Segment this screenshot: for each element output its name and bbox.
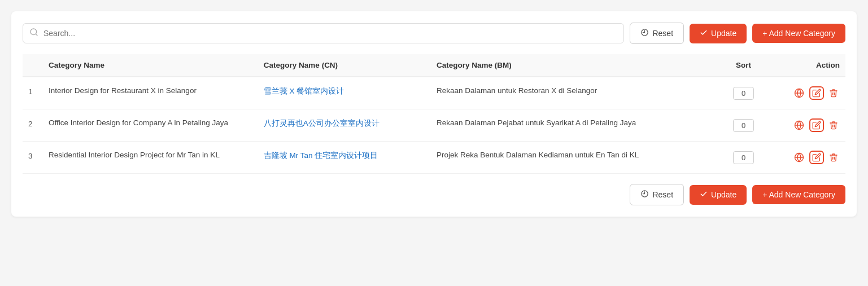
update-button-bottom[interactable]: Update [690,185,747,205]
globe-button-3[interactable] [792,151,806,164]
main-container: Reset Update + Add New Category Category… [11,11,857,217]
row-name-cn-2: 八打灵再也A公司办公室室内设计 [258,109,431,142]
search-icon [29,28,38,39]
col-header-sort: Sort [722,54,766,77]
row-action-2 [766,109,845,142]
delete-button-3[interactable] [827,151,840,164]
delete-button-1[interactable] [827,87,840,99]
reset-button-top[interactable]: Reset [630,23,684,44]
col-header-action: Action [766,54,845,77]
col-header-category-name: Category Name [43,54,258,77]
add-new-button-top[interactable]: + Add New Category [752,24,845,43]
check-icon-top [700,29,708,38]
action-icons-2 [792,118,840,132]
bottom-toolbar: Reset Update + Add New Category [23,184,845,205]
top-toolbar: Reset Update + Add New Category [23,23,845,44]
row-sort-3: 0 [722,142,766,174]
edit-button-3[interactable] [810,152,823,163]
row-action-3 [766,142,845,174]
svg-line-1 [36,34,37,36]
col-header-category-name-bm: Category Name (BM) [431,54,722,77]
row-sort-1: 0 [722,77,766,109]
reset-button-bottom[interactable]: Reset [630,184,684,205]
table-row: 3 Residential Interior Design Project fo… [23,142,845,174]
action-icons-1 [792,86,840,100]
col-header-num [23,54,43,77]
reset-label-top: Reset [652,29,673,38]
row-name-en-2: Office Interior Design for Company A in … [43,109,258,142]
row-name-cn-1: 雪兰莪 X 餐馆室内设计 [258,77,431,109]
add-new-label-bottom: + Add New Category [762,190,835,199]
category-table: Category Name Category Name (CN) Categor… [23,54,845,174]
row-num-2: 2 [23,109,43,142]
check-icon-bottom [700,190,708,200]
reset-icon-top [640,28,649,38]
table-row: 2 Office Interior Design for Company A i… [23,109,845,142]
update-button-top[interactable]: Update [690,24,747,43]
row-action-1 [766,77,845,109]
action-icons-3 [792,151,840,164]
add-new-button-bottom[interactable]: + Add New Category [752,185,845,204]
row-num-1: 1 [23,77,43,109]
edit-button-1[interactable] [810,87,823,99]
row-sort-2: 0 [722,109,766,142]
delete-button-2[interactable] [827,119,840,131]
search-wrapper [23,23,624,43]
search-input[interactable] [23,23,624,43]
reset-label-bottom: Reset [652,190,673,199]
globe-button-2[interactable] [792,118,806,132]
row-name-bm-3: Projek Reka Bentuk Dalaman Kediaman untu… [431,142,722,174]
globe-button-1[interactable] [792,86,806,100]
row-name-en-3: Residential Interior Design Project for … [43,142,258,174]
row-name-en-1: Interior Design for Restaurant X in Sela… [43,77,258,109]
add-new-label-top: + Add New Category [762,29,835,38]
row-num-3: 3 [23,142,43,174]
col-header-category-name-cn: Category Name (CN) [258,54,431,77]
row-name-bm-1: Rekaan Dalaman untuk Restoran X di Selan… [431,77,722,109]
edit-button-2[interactable] [810,120,823,131]
table-header-row: Category Name Category Name (CN) Categor… [23,54,845,77]
table-row: 1 Interior Design for Restaurant X in Se… [23,77,845,109]
reset-icon-bottom [640,190,649,200]
row-name-cn-3: 吉隆坡 Mr Tan 住宅室内设计项目 [258,142,431,174]
update-label-bottom: Update [711,190,736,199]
update-label-top: Update [711,29,736,38]
row-name-bm-2: Rekaan Dalaman Pejabat untuk Syarikat A … [431,109,722,142]
